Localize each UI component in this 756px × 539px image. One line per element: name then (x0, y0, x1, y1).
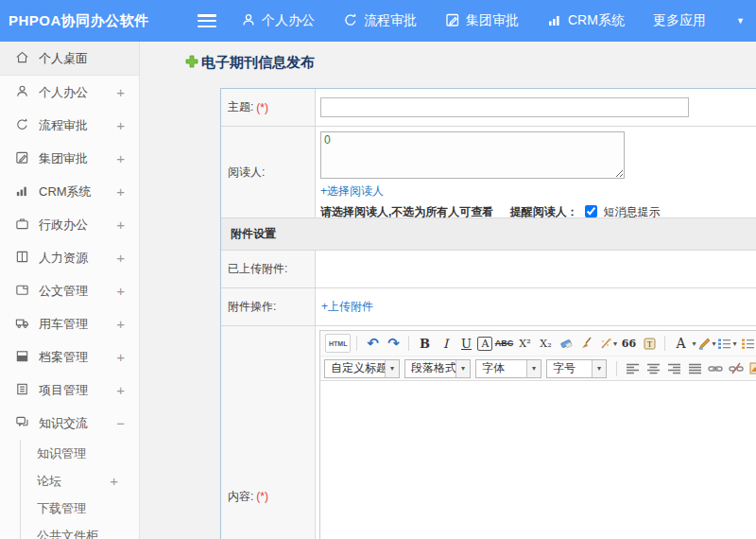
sidebar-item-group-approval[interactable]: 集团审批 + (0, 142, 139, 175)
topnav-more-apps[interactable]: 更多应用 (653, 12, 706, 29)
remind-readers-label: 提醒阅读人： (510, 205, 578, 218)
align-center-button[interactable] (644, 359, 662, 378)
topnav-personal-office[interactable]: 个人办公 (241, 12, 315, 30)
hamburger-menu-icon[interactable] (198, 14, 216, 27)
expand-plus-icon[interactable]: + (116, 84, 125, 100)
custom-title-select[interactable]: 自定义标题▾ (324, 359, 400, 378)
notebook-icon (15, 382, 39, 399)
editor-toolbar-row1: HTML ↶ ↷ B I U A ABC X² X₂ (320, 331, 756, 356)
knowledge-submenu: 知识管理 论坛 + 下载管理 公共文件柜 (20, 440, 139, 539)
expand-plus-icon[interactable]: + (116, 283, 125, 299)
sidebar-item-admin-office[interactable]: 行政办公 + (0, 208, 139, 241)
sms-notify-checkbox[interactable] (585, 205, 597, 217)
sidebar-item-crm[interactable]: CRM系统 + (0, 175, 139, 208)
sidebar-subitem-download-mgmt[interactable]: 下载管理 (21, 495, 139, 522)
top-nav: 个人办公 流程审批 集团审批 CRM系统 更多应用 ▼ (241, 12, 754, 30)
sidebar-item-document-mgmt[interactable]: 公文管理 + (0, 274, 139, 307)
collapse-minus-icon[interactable]: − (116, 415, 125, 431)
sidebar-item-knowledge-exchange[interactable]: 知识交流 − (0, 407, 139, 440)
expand-plus-icon[interactable]: + (116, 382, 125, 398)
subject-input[interactable] (320, 97, 689, 117)
sidebar-item-label: 知识交流 (39, 415, 116, 432)
sidebar-subitem-label: 公共文件柜 (37, 528, 118, 539)
sidebar-item-project-mgmt[interactable]: 项目管理 + (0, 374, 139, 407)
eraser-button[interactable] (557, 334, 576, 353)
topnav-workflow-approval[interactable]: 流程审批 (343, 12, 417, 30)
insert-image-button[interactable] (747, 359, 756, 378)
sidebar-item-label: 用车管理 (39, 316, 116, 333)
uploaded-attachments-value (316, 251, 756, 287)
expand-plus-icon[interactable]: + (116, 117, 125, 133)
underline-button[interactable]: U (456, 334, 475, 353)
paragraph-format-select[interactable]: 段落格式▾ (404, 359, 471, 378)
sidebar-subitem-label: 知识管理 (37, 445, 118, 462)
justify-button[interactable] (685, 359, 704, 378)
sidebar-item-desktop[interactable]: 个人桌面 (0, 42, 139, 76)
italic-button[interactable]: I (436, 334, 455, 353)
truck-icon (15, 316, 39, 333)
publish-form: 主题:(*) 阅读人: 0 +选择阅读人 请选择阅读人,不选为所有人可查看 提醒… (220, 88, 756, 539)
sidebar-subitem-forum[interactable]: 论坛 + (21, 467, 139, 495)
topnav-crm[interactable]: CRM系统 (547, 12, 625, 30)
expand-plus-icon[interactable]: + (116, 217, 125, 233)
page-title: 电子期刊信息发布 (185, 54, 315, 72)
unordered-list-button[interactable] (739, 334, 756, 353)
bar-chart-icon (15, 183, 39, 200)
unlink-button[interactable] (727, 359, 746, 378)
sidebar-item-workflow-approval[interactable]: 流程审批 + (0, 109, 139, 142)
redo-button[interactable]: ↷ (384, 334, 403, 353)
attachment-ops-row: 附件操作: +上传附件 (221, 288, 756, 326)
sidebar-item-personal-office[interactable]: 个人办公 + (0, 76, 139, 109)
align-left-button[interactable] (623, 359, 642, 378)
main-content: 电子期刊信息发布 主题:(*) 阅读人: 0 +选择阅读人 (141, 42, 756, 539)
sidebar-subitem-knowledge-mgmt[interactable]: 知识管理 (21, 440, 139, 467)
uploaded-attachments-row: 已上传附件: (221, 251, 756, 288)
expand-plus-icon[interactable]: + (116, 183, 125, 200)
expand-plus-icon[interactable]: + (110, 473, 118, 489)
topbar: PHPOA协同办公软件 个人办公 流程审批 集团审批 CRM系统 更多应用 (0, 0, 756, 42)
html-source-button[interactable]: HTML (325, 334, 351, 353)
chevron-down-icon: ▾ (526, 360, 541, 377)
expand-plus-icon[interactable]: + (116, 150, 125, 166)
sidebar-item-label: 个人办公 (39, 84, 116, 101)
paste-as-text-button[interactable]: T (640, 334, 659, 353)
sidebar-item-label: 公文管理 (39, 283, 116, 300)
font-color-button[interactable]: A (671, 334, 690, 353)
highlight-pen-button[interactable]: ▾ (696, 334, 715, 353)
home-icon (15, 50, 39, 67)
ordered-list-button[interactable]: ▾ (717, 334, 736, 353)
sidebar-subitem-label: 论坛 (37, 473, 110, 490)
blockquote-button[interactable]: 66 (619, 334, 638, 353)
font-style-button[interactable]: A (477, 337, 492, 351)
undo-button[interactable]: ↶ (363, 334, 382, 353)
strikethrough-button[interactable]: ABC (494, 334, 513, 353)
expand-plus-icon[interactable]: + (116, 349, 125, 365)
expand-plus-icon[interactable]: + (116, 250, 125, 266)
superscript-button[interactable]: X² (515, 334, 534, 353)
book-icon (15, 250, 39, 267)
align-right-button[interactable] (664, 359, 683, 378)
expand-plus-icon[interactable]: + (116, 316, 125, 332)
subscript-button[interactable]: X₂ (536, 334, 555, 353)
topnav-group-approval[interactable]: 集团审批 (445, 12, 519, 30)
editor-content-area[interactable] (320, 381, 756, 539)
sidebar-subitem-public-file-cabinet[interactable]: 公共文件柜 (21, 522, 139, 539)
upload-attachment-link[interactable]: +上传附件 (321, 299, 373, 315)
sidebar-item-vehicle-mgmt[interactable]: 用车管理 + (0, 307, 139, 340)
readers-textarea[interactable]: 0 (320, 131, 625, 179)
chevron-down-icon[interactable]: ▼ (736, 16, 745, 26)
bold-button[interactable]: B (415, 334, 434, 353)
required-mark: (*) (256, 101, 268, 114)
page-title-text: 电子期刊信息发布 (201, 54, 315, 72)
link-button[interactable] (706, 359, 725, 378)
topnav-label: 集团审批 (466, 12, 519, 29)
autotypeset-wand-button[interactable]: ▾ (598, 334, 617, 353)
select-readers-link[interactable]: +选择阅读人 (320, 184, 384, 198)
sidebar-item-archive-mgmt[interactable]: 档案管理 + (0, 340, 139, 374)
font-family-select[interactable]: 字体▾ (475, 359, 541, 378)
font-size-select[interactable]: 字号▾ (546, 359, 607, 378)
edit-icon (15, 150, 39, 167)
format-brush-icon[interactable] (577, 334, 596, 353)
sidebar-item-hr[interactable]: 人力资源 + (0, 241, 139, 274)
sidebar-item-label: 项目管理 (39, 382, 116, 399)
